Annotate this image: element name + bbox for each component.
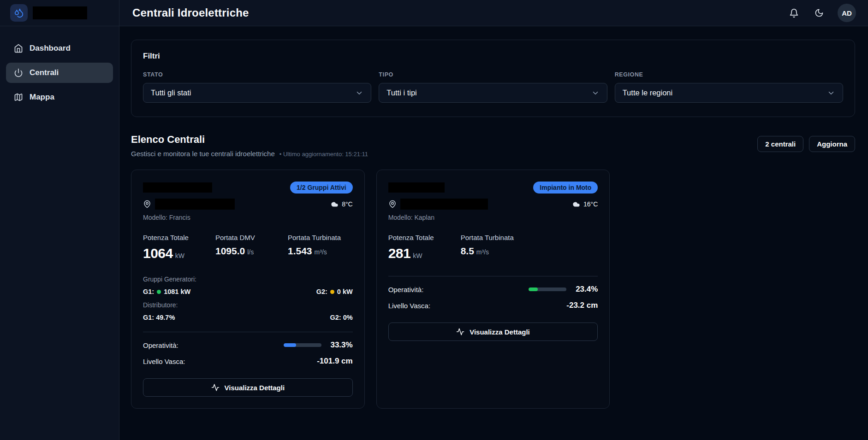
stat-value: 1064: [143, 246, 173, 261]
location: [388, 199, 488, 210]
filter-stato: STATO Tutti gli stati: [143, 71, 371, 103]
filter-tipo-select[interactable]: Tutti i tipi: [379, 83, 607, 103]
operativity-row: Operatività: 33.3%: [143, 340, 353, 350]
activity-icon: [211, 383, 220, 392]
content: Filtri STATO Tutti gli stati TIPO Tutti …: [119, 26, 868, 409]
map-pin-icon: [388, 200, 397, 208]
sidebar-header: [0, 0, 119, 26]
filter-regione-select[interactable]: Tutte le regioni: [615, 83, 843, 103]
temperature: 16°C: [583, 200, 598, 208]
status-badge: 1/2 Gruppi Attivi: [290, 182, 353, 194]
sidebar-item-centrali[interactable]: Centrali: [6, 63, 113, 83]
sidebar-nav: Dashboard Centrali Mappa: [0, 26, 119, 119]
stat-unit: kW: [413, 252, 422, 259]
filter-regione-value: Tutte le regioni: [623, 88, 673, 97]
card-header-row: 1/2 Gruppi Attivi: [143, 182, 353, 194]
stat-value: 1.543: [288, 246, 312, 257]
divider: [143, 332, 353, 332]
model-label: Modello: Kaplan: [388, 214, 598, 221]
filter-stato-label: STATO: [143, 71, 371, 78]
weather: 8°C: [331, 200, 353, 208]
vasca-value: -23.2 cm: [566, 301, 598, 310]
card-location-row: 16°C: [388, 199, 598, 210]
stat-label: Potenza Totale: [143, 234, 215, 241]
filters-grid: STATO Tutti gli stati TIPO Tutti i tipi: [143, 71, 843, 103]
stat-potenza: Potenza Totale 1064 kW: [143, 234, 215, 261]
redacted-plant-name: [388, 182, 445, 193]
chevron-down-icon: [827, 89, 835, 97]
list-subtitle-row: Gestisci e monitora le tue centrali idro…: [131, 150, 368, 158]
filter-regione-label: REGIONE: [615, 71, 843, 78]
filter-stato-select[interactable]: Tutti gli stati: [143, 83, 371, 103]
distributor-title: Distributore:: [143, 301, 353, 309]
stat-value: 1095.0: [215, 246, 245, 257]
list-actions: 2 centrali Aggiorna: [757, 136, 855, 152]
filters-panel: Filtri STATO Tutti gli stati TIPO Tutti …: [131, 40, 855, 117]
main-area: Centrali Idroelettriche AD: [119, 0, 868, 440]
details-button[interactable]: Visualizza Dettagli: [143, 378, 353, 397]
stat-unit: kW: [175, 252, 184, 259]
stat-label: Portata Turbinata: [288, 234, 353, 241]
status-badge: Impianto in Moto: [533, 182, 598, 194]
card-header-row: Impianto in Moto: [388, 182, 598, 194]
filter-stato-value: Tutti gli stati: [151, 88, 191, 97]
operativity-value: 33.3%: [327, 340, 353, 350]
map-icon: [14, 93, 23, 102]
stat-value: 281: [388, 246, 411, 261]
g1-power: G1: 1081 kW: [143, 288, 190, 295]
vasca-label: Livello Vasca:: [143, 358, 185, 365]
topbar-actions: AD: [787, 4, 856, 22]
page-title: Centrali Idroelettriche: [132, 6, 249, 19]
droplets-icon: [14, 8, 24, 18]
stats-row: Potenza Totale 281 kW Portata Turbinata …: [388, 234, 598, 261]
cloud-icon: [331, 200, 339, 208]
list-header-text: Elenco Centrali Gestisci e monitora le t…: [131, 134, 368, 158]
groups-power-row: G1: 1081 kW G2: 0 kW: [143, 288, 353, 295]
divider: [388, 276, 598, 276]
stats-row: Potenza Totale 1064 kW Portata DMV 1095.…: [143, 234, 353, 261]
operativity-progressbar: [529, 287, 566, 291]
redacted-plant-name: [143, 182, 212, 193]
filter-tipo: TIPO Tutti i tipi: [379, 71, 607, 103]
stat-unit: m³/s: [315, 248, 327, 256]
vasca-row: Livello Vasca: -23.2 cm: [388, 301, 598, 310]
details-button[interactable]: Visualizza Dettagli: [388, 323, 598, 341]
g1-distributor: G1: 49.7%: [143, 314, 175, 321]
redacted-brand-name: [33, 6, 87, 19]
vasca-label: Livello Vasca:: [388, 302, 430, 310]
theme-toggle-button[interactable]: [813, 6, 826, 19]
cloud-icon: [572, 200, 580, 208]
stat-unit: l/s: [247, 248, 254, 256]
g1-status-dot: [157, 290, 161, 294]
last-update-text: • Ultimo aggiornamento: 15:21:11: [279, 151, 368, 158]
refresh-button[interactable]: Aggiorna: [809, 136, 855, 152]
filter-tipo-label: TIPO: [379, 71, 607, 78]
list-header: Elenco Centrali Gestisci e monitora le t…: [131, 134, 855, 158]
filter-tipo-value: Tutti i tipi: [386, 88, 416, 97]
operativity-label: Operatività:: [388, 286, 424, 293]
plant-card-1: 1/2 Gruppi Attivi: [131, 170, 365, 409]
stat-label: Potenza Totale: [388, 234, 461, 241]
operativity-value: 23.4%: [572, 285, 598, 294]
operativity-label: Operatività:: [143, 341, 178, 349]
sidebar-item-label: Mappa: [30, 93, 54, 102]
plant-card-2: Impianto in Moto: [376, 170, 610, 409]
sidebar: Dashboard Centrali Mappa: [0, 0, 119, 440]
temperature: 8°C: [342, 200, 353, 208]
home-icon: [14, 44, 23, 53]
stat-value: 8.5: [461, 246, 474, 257]
bell-icon: [789, 8, 799, 18]
generator-groups: Gruppi Generatori: G1: 1081 kW G2: 0 kW: [143, 276, 353, 321]
chevron-down-icon: [355, 89, 363, 97]
sidebar-item-dashboard[interactable]: Dashboard: [6, 38, 113, 59]
stat-turbinata: Portata Turbinata 8.5 m³/s: [461, 234, 533, 261]
redacted-location: [155, 199, 235, 210]
notifications-button[interactable]: [787, 6, 801, 20]
plant-cards-grid: 1/2 Gruppi Attivi: [131, 170, 855, 409]
user-avatar[interactable]: AD: [838, 4, 856, 22]
sidebar-item-label: Dashboard: [30, 44, 71, 53]
card-location-row: 8°C: [143, 199, 353, 210]
list-title: Elenco Centrali: [131, 134, 368, 146]
g2-status-dot: [330, 290, 334, 294]
sidebar-item-mappa[interactable]: Mappa: [6, 87, 113, 107]
